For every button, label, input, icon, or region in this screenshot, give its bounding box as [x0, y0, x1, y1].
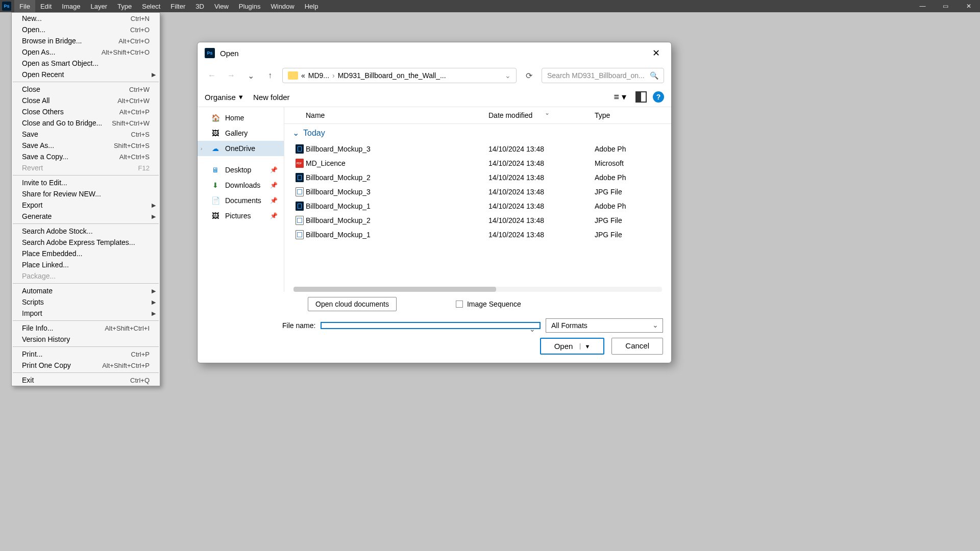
- menu-item-place-embedded[interactable]: Place Embedded...: [12, 248, 160, 259]
- new-folder-button[interactable]: New folder: [253, 93, 290, 102]
- sidebar-item-onedrive[interactable]: › ☁ OneDrive: [198, 141, 284, 156]
- menu-layer[interactable]: Layer: [86, 0, 113, 12]
- chevron-down-icon[interactable]: ⌄: [505, 71, 511, 80]
- menu-item-open-as-smart-object[interactable]: Open as Smart Object...: [12, 58, 160, 69]
- menu-help[interactable]: Help: [300, 0, 324, 12]
- column-header-type[interactable]: Type: [591, 111, 671, 119]
- refresh-button[interactable]: ⟳: [522, 71, 536, 81]
- chevron-right-icon: ▶: [152, 310, 156, 317]
- menu-item-export[interactable]: Export▶: [12, 199, 160, 211]
- file-row[interactable]: Billboard_Mockup_2 14/10/2024 13:48 JPG …: [284, 213, 671, 228]
- menu-item-save[interactable]: SaveCtrl+S: [12, 129, 160, 140]
- menu-item-browse-in-bridge[interactable]: Browse in Bridge...Alt+Ctrl+O: [12, 35, 160, 46]
- sidebar-item-desktop[interactable]: 🖥 Desktop 📌: [198, 162, 284, 178]
- menu-image[interactable]: Image: [57, 0, 85, 12]
- menu-item-save-a-copy[interactable]: Save a Copy...Alt+Ctrl+S: [12, 151, 160, 162]
- column-header-name[interactable]: Name: [284, 111, 488, 119]
- menu-item-save-as[interactable]: Save As...Shift+Ctrl+S: [12, 140, 160, 151]
- sidebar-item-downloads[interactable]: ⬇ Downloads 📌: [198, 178, 284, 193]
- nav-forward-button[interactable]: →: [224, 68, 238, 83]
- search-input[interactable]: Search MD931_Billboard_on... 🔍: [542, 68, 664, 83]
- chevron-down-icon[interactable]: ▼: [580, 343, 590, 349]
- menu-item-share-for-review-new[interactable]: Share for Review NEW...: [12, 188, 160, 199]
- minimize-button[interactable]: —: [911, 0, 934, 12]
- close-window-button[interactable]: ✕: [957, 0, 980, 12]
- menu-item-print-one-copy[interactable]: Print One CopyAlt+Shift+Ctrl+P: [12, 360, 160, 371]
- file-menu-dropdown: New...Ctrl+NOpen...Ctrl+OBrowse in Bridg…: [11, 12, 160, 386]
- preview-pane-button[interactable]: [635, 91, 647, 103]
- menubar: Ps FileEditImageLayerTypeSelectFilter3DV…: [0, 0, 980, 12]
- open-cloud-documents-button[interactable]: Open cloud documents: [308, 297, 397, 311]
- menu-3d[interactable]: 3D: [190, 0, 209, 12]
- menu-file[interactable]: File: [14, 0, 35, 12]
- filename-input[interactable]: [321, 322, 541, 329]
- sidebar-item-gallery[interactable]: 🖼 Gallery: [198, 126, 284, 141]
- horizontal-scrollbar[interactable]: [293, 287, 662, 292]
- maximize-button[interactable]: ▭: [934, 0, 957, 12]
- menu-item-open-as[interactable]: Open As...Alt+Shift+Ctrl+O: [12, 46, 160, 58]
- sidebar-item-documents[interactable]: 📄 Documents 📌: [198, 193, 284, 208]
- menu-item-open[interactable]: Open...Ctrl+O: [12, 24, 160, 35]
- crumb-segment[interactable]: MD931_Billboard_on_the_Wall_...: [338, 71, 446, 80]
- menu-item-close-others[interactable]: Close OthersAlt+Ctrl+P: [12, 106, 160, 117]
- menu-item-new[interactable]: New...Ctrl+N: [12, 13, 160, 24]
- sidebar-item-pictures[interactable]: 🖼 Pictures 📌: [198, 208, 284, 223]
- menu-item-place-linked[interactable]: Place Linked...: [12, 259, 160, 270]
- image-sequence-checkbox[interactable]: Image Sequence: [456, 300, 521, 308]
- organise-button[interactable]: Organise ▾: [205, 92, 243, 102]
- file-row[interactable]: Billboard_Mockup_2 14/10/2024 13:48 Adob…: [284, 170, 671, 185]
- menu-item-generate[interactable]: Generate▶: [12, 211, 160, 222]
- pin-icon[interactable]: 📌: [270, 166, 278, 173]
- menu-view[interactable]: View: [209, 0, 234, 12]
- menu-item-close-and-go-to-bridge[interactable]: Close and Go to Bridge...Shift+Ctrl+W: [12, 117, 160, 129]
- menu-item-exit[interactable]: ExitCtrl+Q: [12, 374, 160, 386]
- nav-up-button[interactable]: ↑: [263, 68, 277, 83]
- file-row[interactable]: Billboard_Mockup_3 14/10/2024 13:48 JPG …: [284, 185, 671, 199]
- menu-item-automate[interactable]: Automate▶: [12, 285, 160, 296]
- menu-item-search-adobe-express-templates[interactable]: Search Adobe Express Templates...: [12, 237, 160, 248]
- window-controls: — ▭ ✕: [911, 0, 980, 12]
- menu-window[interactable]: Window: [265, 0, 299, 12]
- file-row[interactable]: Billboard_Mockup_3 14/10/2024 13:48 Adob…: [284, 142, 671, 156]
- menu-plugins[interactable]: Plugins: [234, 0, 266, 12]
- menu-item-scripts[interactable]: Scripts▶: [12, 296, 160, 308]
- file-type: JPG File: [591, 231, 671, 239]
- menu-item-print[interactable]: Print...Ctrl+P: [12, 348, 160, 360]
- nav-back-button[interactable]: ←: [205, 68, 219, 83]
- file-date: 14/10/2024 13:48: [488, 188, 591, 196]
- menu-type[interactable]: Type: [112, 0, 137, 12]
- format-select[interactable]: All Formats: [546, 318, 663, 333]
- help-button[interactable]: ?: [653, 91, 664, 103]
- file-row[interactable]: Billboard_Mockup_1 14/10/2024 13:48 Adob…: [284, 199, 671, 213]
- breadcrumb[interactable]: « MD9... › MD931_Billboard_on_the_Wall_.…: [282, 68, 517, 83]
- file-row[interactable]: Billboard_Mockup_1 14/10/2024 13:48 JPG …: [284, 228, 671, 242]
- menu-item-close-all[interactable]: Close AllAlt+Ctrl+W: [12, 95, 160, 106]
- pin-icon[interactable]: 📌: [270, 182, 278, 189]
- chevron-right-icon[interactable]: ›: [201, 146, 202, 152]
- menu-filter[interactable]: Filter: [165, 0, 190, 12]
- nav-recent-button[interactable]: ⌄: [243, 68, 258, 83]
- menu-item-version-history[interactable]: Version History: [12, 334, 160, 345]
- file-name: Billboard_Mockup_1: [306, 231, 488, 239]
- pin-icon[interactable]: 📌: [270, 212, 278, 219]
- menu-item-import[interactable]: Import▶: [12, 308, 160, 319]
- pin-icon[interactable]: 📌: [270, 197, 278, 204]
- menu-item-open-recent[interactable]: Open Recent▶: [12, 69, 160, 80]
- menu-select[interactable]: Select: [137, 0, 165, 12]
- menu-item-search-adobe-stock[interactable]: Search Adobe Stock...: [12, 226, 160, 237]
- sidebar-item-home[interactable]: 🏠 Home: [198, 110, 284, 126]
- dialog-close-button[interactable]: ✕: [648, 47, 664, 59]
- file-group-header[interactable]: ⌄ Today: [284, 124, 671, 142]
- menu-edit[interactable]: Edit: [35, 0, 57, 12]
- cancel-button[interactable]: Cancel: [611, 338, 663, 355]
- column-header-date[interactable]: Date modified: [488, 111, 591, 119]
- checkbox-icon: [456, 300, 463, 308]
- file-row[interactable]: MD_Licence 14/10/2024 13:48 Microsoft: [284, 156, 671, 170]
- open-button[interactable]: Open ▼: [540, 338, 605, 355]
- view-mode-button[interactable]: ≡ ▾: [610, 90, 629, 104]
- menu-item-close[interactable]: CloseCtrl+W: [12, 84, 160, 95]
- crumb-segment[interactable]: MD9...: [308, 71, 329, 80]
- menu-item-invite-to-edit[interactable]: Invite to Edit...: [12, 177, 160, 188]
- open-dialog: Ps Open ✕ ← → ⌄ ↑ « MD9... › MD931_Billb…: [197, 42, 672, 363]
- menu-item-file-info[interactable]: File Info...Alt+Shift+Ctrl+I: [12, 322, 160, 334]
